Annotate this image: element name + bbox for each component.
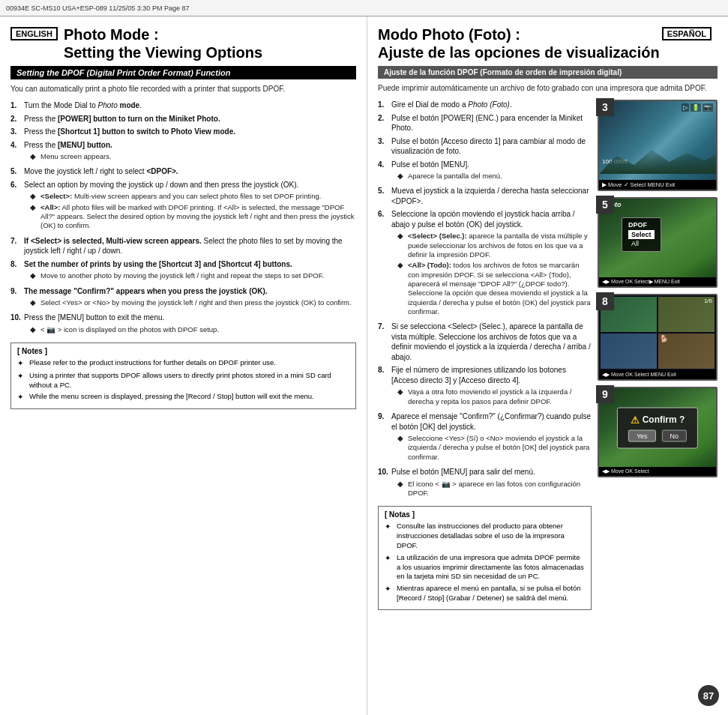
cam-statusbar-3: ▶ Move ✓ Select MENU Exit bbox=[599, 180, 716, 190]
list-item: 6. Select an option by moving the joysti… bbox=[10, 180, 356, 233]
right-column: Modo Photo (Foto) : Ajuste de las opcion… bbox=[367, 16, 728, 715]
right-notes-list: ✦ Consulte las instrucciones del product… bbox=[385, 522, 585, 603]
right-notes: [ Notas ] ✦ Consulte las instrucciones d… bbox=[378, 506, 592, 610]
camera-panel-9: 9 📷 ⚠ Confirm ? bbox=[598, 387, 718, 477]
warning-icon: ⚠ bbox=[631, 414, 640, 425]
right-title-line2: Ajuste de las opciones de visualización bbox=[378, 43, 662, 61]
sub-bullet: ◆<All>: All photo files will be marked w… bbox=[30, 203, 356, 231]
list-item: 5. Move the joystick left / right to sel… bbox=[10, 166, 356, 177]
list-item: ✦ Please refer to the product instructio… bbox=[17, 358, 349, 369]
camera-image-8: 🐕 1/6 bbox=[599, 295, 716, 370]
list-item: ✦ Using a printer that supports DPOF all… bbox=[17, 371, 349, 390]
left-column: ENGLISH Photo Mode : Setting the Viewing… bbox=[0, 16, 367, 715]
list-item: 1. Turn the Mode Dial to Photo mode. bbox=[10, 100, 356, 111]
sub-bullet: ◆Vaya a otra foto moviendo el joystick a… bbox=[397, 387, 592, 406]
top-bar: 00934E SC-MS10 USA+ESP-089 11/25/05 3:30… bbox=[0, 0, 728, 16]
no-button[interactable]: No bbox=[662, 429, 688, 441]
sub-bullet: ◆<Select> (Selec.): aparece la pantalla … bbox=[397, 232, 592, 259]
left-section-header: Setting the DPOF (Digital Print Order Fo… bbox=[10, 66, 356, 79]
cam-thumb-4: 🐕 bbox=[658, 334, 715, 369]
list-item: ✦ While the menu screen is displayed, pr… bbox=[17, 392, 349, 402]
list-item: 2. Pulse el botón [POWER] (ENC.) para en… bbox=[378, 113, 592, 133]
list-item: 10. Press the [MENU] button to exit the … bbox=[10, 313, 356, 337]
list-item: ✦ La utilización de una impresora que ad… bbox=[385, 553, 585, 582]
cam-thumb-3 bbox=[601, 334, 657, 369]
cam-all-item: All bbox=[628, 239, 655, 248]
left-page-title: Photo Mode : Setting the Viewing Options bbox=[64, 25, 262, 61]
panel-number-3: 3 bbox=[596, 98, 614, 116]
cam-icons-3: ▷ 🔋 📷 bbox=[682, 103, 713, 112]
list-item: ✦ Mientras aparece el menú en pantalla, … bbox=[385, 584, 585, 603]
page-number: 87 bbox=[698, 685, 719, 706]
sub-bullet: ◆Select <Yes> or <No> by moving the joys… bbox=[30, 298, 356, 307]
sub-bullet: ◆Move to another photo by moving the joy… bbox=[30, 271, 356, 280]
sub-bullet: ◆<Select>: Multi-view screen appears and… bbox=[30, 192, 356, 201]
panel-number-5: 5 bbox=[596, 196, 614, 214]
panel-number-9: 9 bbox=[596, 385, 614, 403]
sub-bullet: ◆<All> (Todo): todos los archivos de fot… bbox=[397, 261, 592, 316]
list-item: 9. The message "Confirm?" appears when y… bbox=[10, 286, 356, 310]
sub-bullet: ◆< 📷 > icon is displayed on the photos w… bbox=[30, 325, 356, 334]
sub-bullet: ◆Aparece la pantalla del menú. bbox=[397, 172, 592, 181]
confirm-dialog: ⚠ Confirm ? Yes No bbox=[617, 407, 698, 448]
right-steps-list: 1. Gire el Dial de modo a Photo (Foto). … bbox=[378, 100, 592, 500]
left-steps-list: 1. Turn the Mode Dial to Photo mode. 2. … bbox=[10, 100, 356, 337]
list-item: ✦ Consulte las instrucciones del product… bbox=[385, 522, 585, 550]
english-badge: ENGLISH bbox=[10, 27, 58, 40]
list-item: 9. Aparece el mensaje "Confirm?" (¿Confi… bbox=[378, 411, 592, 464]
right-page-title: Modo Photo (Foto) : Ajuste de las opcion… bbox=[378, 25, 662, 61]
list-item: 6. Seleccione la opción moviendo el joys… bbox=[378, 209, 592, 319]
camera-panels: 3 ▷ 🔋 📷 100-0006 bbox=[598, 100, 718, 610]
right-section-header: Ajuste de la función DPOF (Formato de or… bbox=[378, 66, 718, 79]
cam-statusbar-8: ◀▶ Move OK Select MENU Exit bbox=[599, 370, 716, 379]
confirm-buttons: Yes No bbox=[628, 429, 687, 441]
sub-bullet: ◆Menu screen appears. bbox=[30, 152, 356, 161]
camera-image-3: ▷ 🔋 📷 100-0006 bbox=[599, 101, 716, 180]
right-steps-col: 1. Gire el Dial de modo a Photo (Foto). … bbox=[378, 100, 592, 610]
right-content-area: 1. Gire el Dial de modo a Photo (Foto). … bbox=[378, 100, 718, 610]
list-item: 7. If <Select> is selected, Multi-view s… bbox=[10, 236, 356, 256]
list-item: 3. Press the [Shortcut 1] button to swit… bbox=[10, 127, 356, 137]
confirm-title: ⚠ Confirm ? bbox=[628, 414, 687, 425]
main-content: ENGLISH Photo Mode : Setting the Viewing… bbox=[0, 16, 728, 715]
left-intro: You can automatically print a photo file… bbox=[10, 84, 356, 94]
right-title-row: Modo Photo (Foto) : Ajuste de las opcion… bbox=[378, 25, 718, 61]
cam-dpof-title: DPOF bbox=[628, 221, 655, 229]
cam-statusbar-5: ◀▶ Move OK Select▶ MENU Exit bbox=[599, 277, 716, 286]
list-item: 8. Fije el número de impresiones utiliza… bbox=[378, 365, 592, 408]
left-title-row: ENGLISH Photo Mode : Setting the Viewing… bbox=[10, 25, 356, 61]
list-item: 5. Mueva el joystick a la izquierda / de… bbox=[378, 186, 592, 206]
cam-dpof-menu: DPOF Select All bbox=[622, 217, 661, 252]
camera-image-5: Photo DPOF Select All bbox=[599, 199, 716, 277]
right-intro: Puede imprimir automáticamente un archiv… bbox=[378, 83, 718, 94]
list-item: 4. Pulse el botón [MENU]. ◆Aparece la pa… bbox=[378, 160, 592, 184]
list-item: 7. Si se selecciona <Select> (Selec.), a… bbox=[378, 322, 592, 362]
camera-panel-5: 5 Photo DPOF Select All bbox=[598, 197, 718, 288]
camera-panel-8: 8 🐕 1/6 ◀▶ Move OK Select bbox=[598, 294, 718, 381]
camera-panel-3: 3 ▷ 🔋 📷 100-0006 bbox=[598, 100, 718, 191]
list-item: 4. Press the [MENU] button. ◆Menu screen… bbox=[10, 140, 356, 164]
yes-button[interactable]: Yes bbox=[628, 429, 656, 441]
cam-select-item: Select bbox=[628, 230, 655, 239]
list-item: 2. Press the [POWER] button to turn on t… bbox=[10, 114, 356, 124]
list-item: 10. Pulse el botón [MENU] para salir del… bbox=[378, 467, 592, 500]
right-notes-title: [ Notas ] bbox=[385, 510, 585, 519]
top-bar-text: 00934E SC-MS10 USA+ESP-089 11/25/05 3:30… bbox=[6, 4, 189, 12]
cam-statusbar-9: ◀▶ Move OK Select bbox=[599, 467, 716, 476]
left-title-line2: Setting the Viewing Options bbox=[64, 43, 262, 61]
panel-number-8: 8 bbox=[596, 292, 614, 310]
sub-bullet: ◆Seleccione <Yes> (Sí) o <No> moviendo e… bbox=[397, 434, 592, 462]
list-item: 1. Gire el Dial de modo a Photo (Foto). bbox=[378, 100, 592, 110]
list-item: 3. Pulse el botón [Acceso directo 1] par… bbox=[378, 136, 592, 157]
left-notes-list: ✦ Please refer to the product instructio… bbox=[17, 358, 349, 402]
left-notes-title: [ Notes ] bbox=[17, 347, 349, 355]
confirm-text: Confirm ? bbox=[643, 414, 685, 425]
espanol-badge: ESPAÑOL bbox=[662, 27, 712, 40]
cam-grid-counter: 1/6 bbox=[704, 298, 712, 304]
camera-image-9: 📷 ⚠ Confirm ? Yes No bbox=[599, 388, 716, 467]
left-title-line1: Photo Mode : bbox=[64, 25, 262, 43]
list-item: 8. Set the number of prints by using the… bbox=[10, 259, 356, 283]
sub-bullet: ◆El icono < 📷 > aparece en las fotos con… bbox=[397, 480, 592, 498]
left-notes: [ Notes ] ✦ Please refer to the product … bbox=[10, 343, 356, 409]
right-title-line1: Modo Photo (Foto) : bbox=[378, 25, 662, 43]
